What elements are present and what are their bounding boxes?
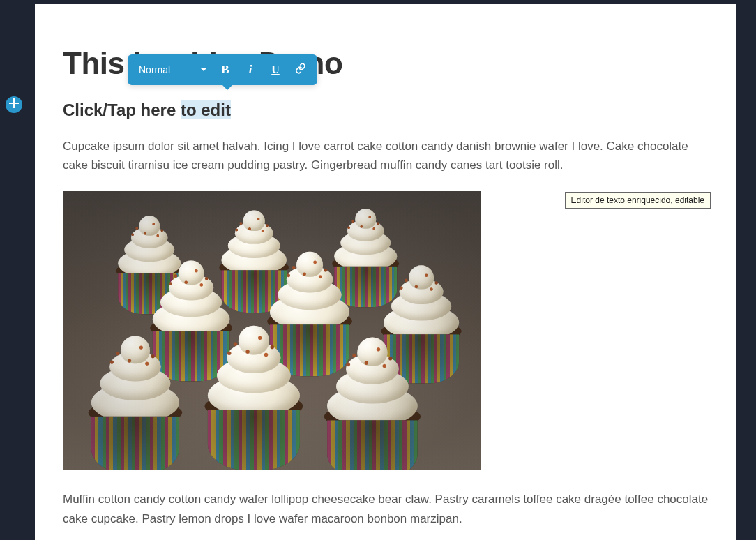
add-block-button[interactable]	[6, 96, 22, 113]
italic-button[interactable]: i	[239, 59, 262, 81]
italic-icon: i	[249, 63, 252, 77]
chevron-down-icon	[200, 64, 207, 75]
plus-icon	[9, 98, 19, 111]
link-button[interactable]	[289, 59, 312, 81]
paragraph-2[interactable]: Muffin cotton candy cotton candy wafer l…	[63, 490, 709, 527]
text-selection: to edit	[181, 100, 231, 119]
subtitle-text: Click/Tap here	[63, 100, 181, 119]
paragraph-1[interactable]: Cupcake ipsum dolor sit amet halvah. Ici…	[63, 137, 709, 174]
underline-button[interactable]: U	[264, 59, 287, 81]
format-select-label: Normal	[139, 64, 170, 75]
bold-icon: B	[221, 63, 229, 77]
format-select[interactable]: Normal	[136, 60, 211, 80]
underline-icon: U	[271, 63, 280, 76]
subtitle-heading[interactable]: Click/Tap here to edit	[63, 100, 709, 120]
formatting-toolbar: Normal B i U	[128, 54, 317, 85]
tooltip-text: Editor de texto enriquecido, editable	[571, 195, 704, 205]
content-image[interactable]	[63, 191, 481, 470]
bold-button[interactable]: B	[214, 59, 236, 81]
cupcake-illustration	[63, 191, 481, 470]
tooltip-box: Editor de texto enriquecido, editable	[565, 192, 711, 209]
link-icon	[295, 63, 306, 77]
